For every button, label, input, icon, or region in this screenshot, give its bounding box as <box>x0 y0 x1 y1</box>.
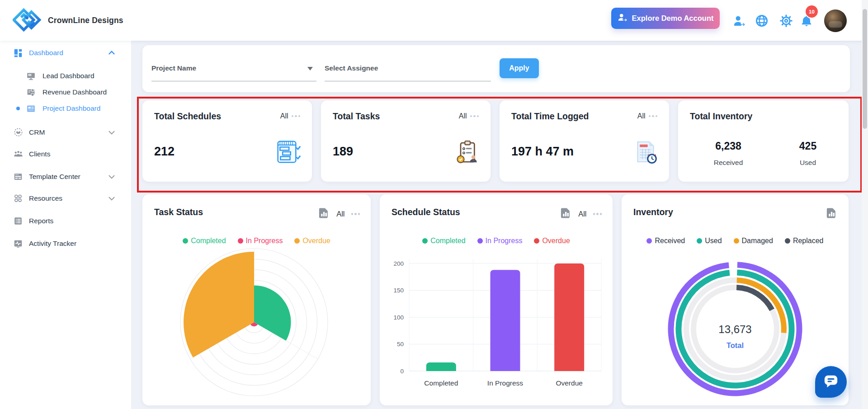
sidebar-item-label: Project Dashboard <box>42 104 100 113</box>
page-scrollbar <box>862 0 868 409</box>
ellipsis-menu-icon[interactable] <box>292 115 301 118</box>
task-status-card: Task Status All CompletedIn ProgressOver… <box>142 194 371 405</box>
timesheet-clock-icon <box>633 139 658 165</box>
project-dashboard-app: CrownLine Designs Explore Demo Account <box>0 0 868 409</box>
filter-bar: Project Name Select Assignee Apply <box>142 45 850 92</box>
handshake-icon <box>13 127 24 138</box>
card-title: Schedule Status <box>392 207 460 217</box>
used-label: Used <box>774 159 842 167</box>
sidebar-item-label: Revenue Dashboard <box>42 88 107 96</box>
schedule-status-bar-chart[interactable]: 050100150200CompletedIn ProgressOverdue <box>380 244 613 405</box>
chart-file-icon <box>318 207 330 221</box>
gear-icon[interactable] <box>778 13 794 28</box>
explore-demo-account-button[interactable]: Explore Demo Account <box>611 8 720 29</box>
legend-dot-icon <box>734 238 739 244</box>
chart-filter-all[interactable]: All <box>336 210 344 218</box>
legend-dot-icon <box>785 238 790 244</box>
sidebar-item-dashboard[interactable]: Dashboard <box>0 45 131 61</box>
revenue-doc-icon <box>25 87 36 98</box>
sidebar-item-project-dashboard[interactable]: Project Dashboard <box>0 100 131 117</box>
field-underline <box>151 81 316 81</box>
main-content: Project Name Select Assignee Apply Total… <box>132 41 868 409</box>
card-tools <box>826 207 838 221</box>
sidebar: Dashboard Lead Dashboard <box>0 41 132 409</box>
chart-file-icon <box>560 207 572 221</box>
inventory-received-metric: 6,238 Received <box>694 140 762 167</box>
select-assignee-label: Select Assignee <box>325 64 378 72</box>
ellipsis-menu-icon[interactable] <box>593 213 602 215</box>
card-filter-menu[interactable]: All <box>280 112 300 120</box>
sidebar-item-label: Clients <box>29 150 50 158</box>
select-assignee-field[interactable]: Select Assignee <box>325 61 491 81</box>
project-window-icon <box>25 103 36 114</box>
sidebar-item-revenue-dashboard[interactable]: Revenue Dashboard <box>0 84 131 100</box>
legend-dot-icon <box>534 238 539 244</box>
top-bar: CrownLine Designs Explore Demo Account <box>0 0 868 41</box>
chat-widget-button[interactable] <box>815 366 847 398</box>
explore-demo-account-label: Explore Demo Account <box>632 14 714 23</box>
sidebar-item-lead-dashboard[interactable]: Lead Dashboard <box>0 68 131 84</box>
chevron-down-icon <box>107 193 117 203</box>
ellipsis-menu-icon[interactable] <box>351 213 360 215</box>
clipboard-tasks-icon <box>454 139 480 165</box>
legend-dot-icon <box>238 238 243 244</box>
people-icon <box>13 149 24 160</box>
legend-dot-icon <box>183 238 188 244</box>
sidebar-item-label: Resources <box>29 194 62 202</box>
received-value: 6,238 <box>694 140 762 152</box>
received-label: Received <box>694 159 762 167</box>
card-filter-menu[interactable]: All <box>459 112 479 120</box>
card-tools: All <box>560 207 602 221</box>
card-filter-menu[interactable]: All <box>637 112 657 120</box>
card-title: Total Schedules <box>154 111 221 122</box>
sidebar-item-resources[interactable]: Resources <box>0 190 131 207</box>
legend-dot-icon <box>697 238 702 244</box>
card-title: Total Tasks <box>333 111 380 122</box>
chat-bubble-icon <box>824 375 838 390</box>
person-add-icon[interactable] <box>731 13 747 28</box>
inventory-total-label: Total <box>679 341 792 350</box>
card-title: Task Status <box>154 207 203 217</box>
sidebar-item-reports[interactable]: Reports <box>0 213 131 229</box>
monitor-icon <box>25 71 36 81</box>
legend-dot-icon <box>646 238 652 244</box>
scrollbar-thumb[interactable] <box>863 9 867 129</box>
y-axis-tick-label: 0 <box>400 368 404 375</box>
chart-file-icon <box>826 207 838 221</box>
brand-name: CrownLine Designs <box>48 0 123 41</box>
sidebar-item-label: Template Center <box>29 173 80 181</box>
sidebar-item-activity-tracker[interactable]: Activity Tracker <box>0 235 131 252</box>
sidebar-item-clients[interactable]: Clients <box>0 146 131 162</box>
task-status-polar-chart[interactable] <box>142 244 371 403</box>
chart-filter-all[interactable]: All <box>578 210 586 218</box>
y-axis-tick-label: 200 <box>393 260 404 267</box>
gantt-schedule-icon <box>276 139 301 165</box>
total-schedules-card: Total Schedules All 212 <box>142 100 312 182</box>
resources-icon <box>13 193 24 204</box>
x-axis-category-label: Completed <box>424 379 458 387</box>
sidebar-item-label: Lead Dashboard <box>42 72 94 80</box>
apply-button[interactable]: Apply <box>500 58 539 78</box>
user-avatar[interactable] <box>824 9 847 32</box>
sidebar-item-template-center[interactable]: Template Center <box>0 169 131 185</box>
active-indicator-dot <box>16 107 20 110</box>
x-axis-category-label: In Progress <box>487 379 524 387</box>
y-axis-tick-label: 50 <box>397 341 404 348</box>
globe-icon[interactable] <box>754 13 769 28</box>
chevron-up-icon <box>107 48 117 58</box>
card-title: Total Inventory <box>690 111 752 122</box>
legend-dot-icon <box>477 238 483 244</box>
sidebar-item-crm[interactable]: CRM <box>0 124 131 141</box>
total-tasks-card: Total Tasks All 189 <box>321 100 491 182</box>
inventory-total-value: 13,673 <box>679 323 792 336</box>
total-time-logged-card: Total Time Logged All 197 h 47 m <box>500 100 669 182</box>
ellipsis-menu-icon[interactable] <box>470 115 479 118</box>
total-inventory-card: Total Inventory 6,238 Received 425 Used <box>678 100 849 182</box>
sidebar-item-label: Dashboard <box>29 49 63 57</box>
chevron-down-icon <box>107 127 117 137</box>
field-underline <box>325 81 491 81</box>
x-axis-category-label: Overdue <box>556 379 582 387</box>
total-schedules-value: 212 <box>154 145 175 159</box>
project-name-select[interactable]: Project Name <box>151 61 316 81</box>
ellipsis-menu-icon[interactable] <box>649 115 658 118</box>
